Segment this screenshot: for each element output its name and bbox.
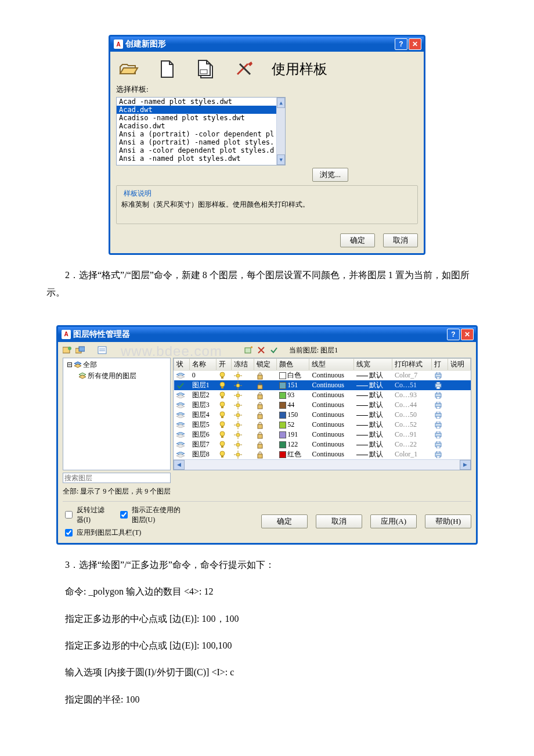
table-row[interactable]: 图层1151Continuous默认Co…51 — [174, 380, 471, 390]
lightbulb-icon[interactable] — [219, 391, 226, 399]
table-row[interactable]: 图层344Continuous默认Co…44 — [174, 400, 471, 410]
printer-icon[interactable] — [434, 451, 442, 458]
column-header[interactable]: 颜色 — [277, 358, 309, 370]
printer-icon[interactable] — [434, 422, 442, 429]
linetype-cell[interactable]: Continuous — [309, 400, 354, 410]
description-cell[interactable] — [448, 370, 470, 380]
lineweight-cell[interactable]: 默认 — [354, 410, 392, 420]
lineweight-cell[interactable]: 默认 — [354, 420, 392, 430]
set-current-icon[interactable] — [269, 345, 279, 355]
lightbulb-icon[interactable] — [219, 431, 226, 439]
layer-states-icon[interactable] — [98, 345, 107, 355]
hscrollbar[interactable]: ◀ ▶ — [174, 459, 471, 470]
lineweight-cell[interactable]: 默认 — [354, 440, 392, 449]
printer-icon[interactable] — [434, 382, 442, 389]
printer-icon[interactable] — [434, 372, 442, 379]
new-filter-icon[interactable] — [63, 345, 72, 355]
description-cell[interactable] — [448, 430, 470, 440]
description-cell[interactable] — [448, 420, 470, 430]
printer-icon[interactable] — [434, 412, 442, 419]
lightbulb-icon[interactable] — [219, 411, 226, 419]
lightbulb-icon[interactable] — [219, 372, 226, 380]
column-header[interactable]: 线型 — [309, 358, 354, 370]
color-cell[interactable]: 52 — [277, 420, 309, 430]
column-header[interactable]: 冻结 — [231, 358, 254, 370]
browse-button[interactable]: 浏览... — [312, 168, 348, 182]
sun-icon[interactable] — [234, 372, 242, 380]
scroll-left[interactable]: ◀ — [174, 460, 185, 470]
sun-icon[interactable] — [234, 451, 242, 459]
lineweight-cell[interactable]: 默认 — [354, 430, 392, 440]
pencil-cross-icon[interactable] — [233, 60, 254, 78]
delete-layer-icon[interactable] — [257, 345, 266, 355]
list-item[interactable]: Acad.dwt — [117, 106, 276, 114]
lightbulb-icon[interactable] — [219, 451, 226, 459]
lock-icon[interactable] — [257, 391, 264, 399]
cancel-button[interactable]: 取消 — [316, 514, 362, 528]
linetype-cell[interactable]: Continuous — [309, 390, 354, 400]
linetype-cell[interactable]: Continuous — [309, 410, 354, 420]
apply-toolbar-checkbox[interactable]: 应用到图层工具栏(T) — [63, 527, 185, 538]
lock-icon[interactable] — [257, 441, 264, 449]
list-item[interactable]: Acad -named plot styles.dwt — [117, 98, 276, 106]
filter-tree[interactable]: ⊟ 全部 所有使用的图层 — [63, 358, 171, 470]
lineweight-cell[interactable]: 默认 — [354, 449, 392, 459]
page-template-icon[interactable] — [195, 60, 216, 78]
layer-table[interactable]: 状名称开冻结锁定颜色线型线宽打印样式打说明 0白色Continuous默认Col… — [173, 358, 471, 470]
lock-icon[interactable] — [257, 451, 264, 459]
color-cell[interactable]: 44 — [277, 400, 309, 410]
color-cell[interactable]: 红色 — [277, 449, 309, 459]
new-layer-icon[interactable] — [244, 345, 253, 355]
apply-button[interactable]: 应用(A) — [370, 514, 417, 528]
column-header[interactable]: 打印样式 — [392, 358, 431, 370]
linetype-cell[interactable]: Continuous — [309, 420, 354, 430]
cancel-button[interactable]: 取消 — [383, 233, 418, 247]
help-button[interactable]: 帮助(H) — [425, 514, 471, 528]
scrollbar[interactable]: ▲ ▼ — [276, 98, 285, 165]
lock-icon[interactable] — [257, 421, 264, 429]
lineweight-cell[interactable]: 默认 — [354, 370, 392, 380]
sun-icon[interactable] — [234, 401, 242, 409]
table-row[interactable]: 图层8红色Continuous默认Color_1 — [174, 449, 471, 459]
titlebar[interactable]: A 图层特性管理器 ? ✕ — [58, 327, 476, 342]
sun-icon[interactable] — [234, 411, 242, 419]
color-cell[interactable]: 191 — [277, 430, 309, 440]
color-cell[interactable]: 白色 — [277, 370, 309, 380]
list-item[interactable]: Ansi a -color dependent plot styles.d — [117, 146, 276, 154]
lineweight-cell[interactable]: 默认 — [354, 400, 392, 410]
tree-root[interactable]: ⊟ 全部 — [64, 359, 169, 370]
blank-page-icon[interactable] — [157, 60, 178, 78]
close-button[interactable]: ✕ — [461, 329, 474, 340]
scroll-right[interactable]: ▶ — [460, 460, 471, 470]
description-cell[interactable] — [448, 410, 470, 420]
column-header[interactable]: 状 — [174, 358, 190, 370]
sun-icon[interactable] — [234, 441, 242, 449]
description-cell[interactable] — [448, 380, 470, 390]
lightbulb-icon[interactable] — [219, 381, 226, 390]
list-item[interactable]: Ansi a -named plot styles.dwt — [117, 154, 276, 163]
scroll-up[interactable]: ▲ — [277, 98, 285, 108]
list-item[interactable]: Acadiso -named plot styles.dwt — [117, 114, 276, 122]
linetype-cell[interactable]: Continuous — [309, 370, 354, 380]
lightbulb-icon[interactable] — [219, 421, 226, 429]
sun-icon[interactable] — [234, 391, 242, 399]
tree-child[interactable]: 所有使用的图层 — [64, 370, 169, 381]
titlebar[interactable]: A 创建新图形 ? ✕ — [110, 37, 424, 52]
new-group-icon[interactable] — [75, 345, 85, 355]
sun-icon[interactable] — [234, 381, 242, 390]
description-cell[interactable] — [448, 449, 470, 459]
lock-icon[interactable] — [257, 401, 264, 409]
linetype-cell[interactable]: Continuous — [309, 440, 354, 449]
open-folder-icon[interactable] — [118, 60, 139, 78]
linetype-cell[interactable]: Continuous — [309, 449, 354, 459]
list-item[interactable]: Ansi a (portrait) -color dependent pl — [117, 130, 276, 138]
table-row[interactable]: 图层7122Continuous默认Co…22 — [174, 440, 471, 449]
column-header[interactable]: 开 — [217, 358, 231, 370]
indicate-in-use-checkbox[interactable]: 指示正在使用的图层(U) — [118, 505, 185, 525]
column-header[interactable]: 名称 — [189, 358, 217, 370]
ok-button[interactable]: 确定 — [261, 514, 308, 528]
description-cell[interactable] — [448, 440, 470, 449]
printer-icon[interactable] — [434, 431, 442, 438]
color-cell[interactable]: 150 — [277, 410, 309, 420]
help-button[interactable]: ? — [395, 38, 407, 50]
